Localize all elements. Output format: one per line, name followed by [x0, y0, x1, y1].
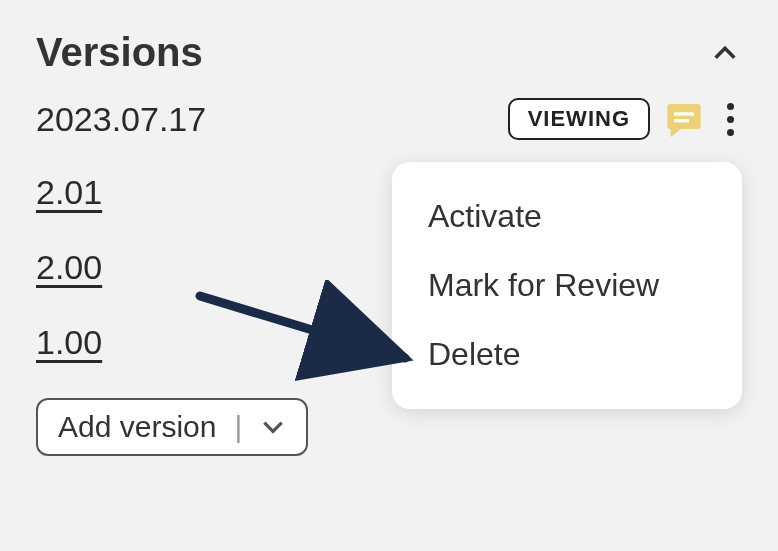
chevron-up-icon	[711, 39, 739, 67]
svg-rect-0	[674, 112, 694, 115]
kebab-dot	[727, 116, 734, 123]
comment-button[interactable]	[662, 97, 706, 141]
svg-rect-1	[674, 119, 689, 122]
collapse-toggle[interactable]	[708, 36, 742, 70]
menu-item-mark-review[interactable]: Mark for Review	[392, 251, 742, 320]
version-actions-menu: Activate Mark for Review Delete	[392, 162, 742, 409]
current-version-actions: VIEWING	[508, 97, 742, 141]
add-version-button[interactable]: Add version |	[36, 398, 308, 456]
kebab-dot	[727, 129, 734, 136]
current-version-label: 2023.07.17	[36, 100, 206, 139]
current-version-row: 2023.07.17 VIEWING	[36, 97, 742, 141]
add-version-label: Add version	[58, 410, 216, 444]
status-badge: VIEWING	[508, 98, 650, 140]
menu-item-delete[interactable]: Delete	[392, 320, 742, 389]
more-actions-button[interactable]	[718, 99, 742, 139]
panel-header: Versions	[36, 30, 742, 75]
comment-icon	[664, 99, 704, 139]
panel-title: Versions	[36, 30, 203, 75]
button-separator: |	[234, 410, 242, 444]
chevron-down-icon	[260, 414, 286, 440]
add-version-dropdown-toggle[interactable]	[260, 414, 286, 440]
menu-item-activate[interactable]: Activate	[392, 182, 742, 251]
kebab-dot	[727, 103, 734, 110]
